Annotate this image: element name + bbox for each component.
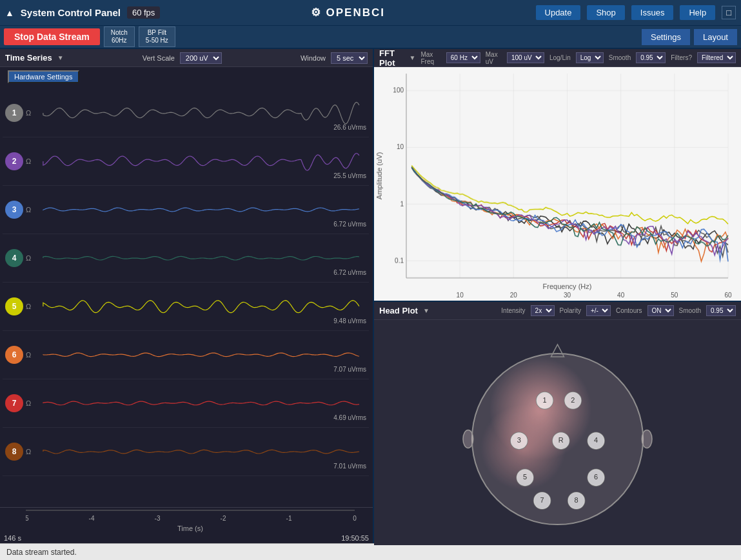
channel-wave-4: 6.72 uVrms: [34, 239, 369, 277]
fps-display: 60 fps: [127, 6, 160, 19]
channel-row-2: 2Ω25.5 uVrms: [3, 137, 369, 186]
channel-row-5: 5Ω9.48 uVrms: [3, 283, 369, 331]
channel-omega-4: Ω: [26, 254, 31, 262]
top-bar: ▲ System Control Panel 60 fps ⚙ OPENBCI …: [0, 0, 741, 26]
channel-omega-2: Ω: [26, 157, 31, 165]
smooth-label-head: Smooth: [679, 307, 701, 314]
layout-button[interactable]: Layout: [694, 29, 737, 45]
channel-wave-7: 4.69 uVrms: [34, 384, 369, 423]
ts-title: Time Series: [5, 53, 52, 63]
logo: ⚙ OPENBCI: [166, 6, 529, 19]
hw-settings-bar: Hardware Settings: [0, 67, 373, 86]
channel-badge-7[interactable]: 7: [5, 394, 23, 412]
channel-wave-5: 9.48 uVrms: [34, 287, 369, 326]
contours-label: Contours: [616, 307, 642, 314]
channel-row-4: 4Ω6.72 uVrms: [3, 234, 369, 283]
smooth-select-head[interactable]: 0.95: [706, 305, 736, 316]
max-uv-select[interactable]: 100 uV: [507, 52, 544, 63]
status-message: Data stream started.: [6, 548, 77, 557]
window-select[interactable]: 5 sec: [331, 52, 368, 64]
stop-data-stream-button[interactable]: Stop Data Stream: [4, 28, 100, 45]
channel-wave-3: 6.72 uVrms: [34, 190, 369, 229]
channel-rms-1: 26.6 uVrms: [333, 124, 366, 131]
svg-text:-2: -2: [221, 515, 226, 522]
svg-text:-5: -5: [26, 515, 29, 522]
channel-rms-7: 4.69 uVrms: [333, 414, 366, 421]
log-lin-select[interactable]: Log: [576, 52, 604, 63]
settings-button[interactable]: Settings: [642, 29, 690, 45]
channel-omega-8: Ω: [26, 448, 31, 455]
channel-badge-1[interactable]: 1: [5, 104, 23, 122]
shop-button[interactable]: Shop: [587, 5, 624, 20]
channel-omega-1: Ω: [26, 109, 31, 117]
fft-section: FFT Plot ▼ Max Freq 60 Hz Max uV 100 uV …: [374, 49, 741, 302]
right-panel: FFT Plot ▼ Max Freq 60 Hz Max uV 100 uV …: [374, 49, 741, 543]
bp-filter-button[interactable]: BP Filt5-50 Hz: [139, 26, 175, 47]
channel-wave-8: 7.01 uVrms: [34, 432, 369, 471]
channels-container: 1Ω26.6 uVrms2Ω25.5 uVrms3Ω6.72 uVrms4Ω6.…: [3, 89, 369, 476]
svg-text:-4: -4: [89, 515, 95, 522]
channel-rms-4: 6.72 uVrms: [333, 269, 366, 276]
vert-scale-label: Vert Scale: [143, 54, 175, 62]
polarity-label: Polarity: [560, 307, 581, 314]
channel-row-3: 3Ω6.72 uVrms: [3, 186, 369, 234]
channel-wave-6: 7.07 uVrms: [34, 335, 369, 374]
fft-title: FFT Plot: [379, 48, 404, 68]
channel-omega-6: Ω: [26, 351, 31, 359]
polarity-select[interactable]: +/-: [586, 305, 611, 316]
window-icon-button[interactable]: □: [722, 6, 736, 19]
channel-badge-6[interactable]: 6: [5, 346, 23, 364]
fft-header: FFT Plot ▼ Max Freq 60 Hz Max uV 100 uV …: [374, 49, 741, 67]
status-bar: Data stream started.: [0, 543, 741, 560]
filters-label: Filters?: [671, 54, 692, 61]
head-plot: [374, 320, 741, 545]
second-bar: Stop Data Stream Notch60Hz BP Filt5-50 H…: [0, 26, 741, 49]
channel-badge-2[interactable]: 2: [5, 152, 23, 170]
max-freq-select[interactable]: 60 Hz: [446, 52, 480, 63]
fft-canvas: [374, 67, 741, 301]
channel-rms-3: 6.72 uVrms: [333, 221, 366, 228]
channel-omega-5: Ω: [26, 303, 31, 310]
issues-button[interactable]: Issues: [631, 5, 674, 20]
contours-select[interactable]: ON: [647, 305, 674, 316]
channel-badge-8[interactable]: 8: [5, 443, 23, 461]
svg-text:-3: -3: [155, 515, 161, 522]
help-button[interactable]: Help: [680, 5, 715, 20]
svg-text:Time (s): Time (s): [177, 525, 203, 532]
intensity-select[interactable]: 2x: [531, 305, 555, 316]
channel-badge-3[interactable]: 3: [5, 201, 23, 219]
channel-badge-5[interactable]: 5: [5, 297, 23, 315]
channel-badge-4[interactable]: 4: [5, 249, 23, 267]
filters-select[interactable]: Filtered: [697, 52, 736, 63]
smooth-label-fft: Smooth: [609, 54, 631, 61]
hw-settings-button[interactable]: Hardware Settings: [8, 70, 79, 83]
head-title: Head Plot: [379, 306, 418, 315]
ts-xaxis: -5 -4 -3 -2 -1 0 Time (s): [0, 507, 373, 533]
notch-filter-button[interactable]: Notch60Hz: [104, 26, 135, 47]
ts-footer: 146 s 19:50:55: [0, 533, 373, 543]
app-title: System Control Panel: [21, 7, 121, 18]
fft-plot: [374, 67, 741, 301]
update-button[interactable]: Update: [536, 5, 581, 20]
main-content: Time Series ▼ Vert Scale 200 uV Window 5…: [0, 49, 741, 543]
elapsed-time: 146 s: [4, 534, 21, 542]
smooth-select-fft[interactable]: 0.95: [636, 52, 666, 63]
intensity-label: Intensity: [501, 307, 525, 314]
timestamp: 19:50:55: [341, 534, 369, 542]
fft-dropdown-arrow[interactable]: ▼: [410, 54, 416, 61]
head-header: Head Plot ▼ Intensity 2x Polarity +/- Co…: [374, 302, 741, 320]
head-dropdown-arrow[interactable]: ▼: [423, 307, 430, 314]
title-triangle: ▲: [5, 8, 14, 18]
channel-rms-8: 7.01 uVrms: [333, 463, 366, 470]
left-panel: Time Series ▼ Vert Scale 200 uV Window 5…: [0, 49, 374, 543]
channel-omega-7: Ω: [26, 399, 31, 407]
ts-dropdown-arrow[interactable]: ▼: [57, 54, 64, 61]
channel-rms-5: 9.48 uVrms: [333, 317, 366, 325]
channel-row-1: 1Ω26.6 uVrms: [3, 89, 369, 137]
vert-scale-select[interactable]: 200 uV: [180, 52, 222, 64]
head-canvas: [374, 320, 741, 545]
window-label: Window: [301, 54, 326, 62]
channel-rms-2: 25.5 uVrms: [333, 172, 366, 179]
ts-header: Time Series ▼ Vert Scale 200 uV Window 5…: [0, 49, 373, 67]
svg-text:0: 0: [353, 515, 357, 522]
